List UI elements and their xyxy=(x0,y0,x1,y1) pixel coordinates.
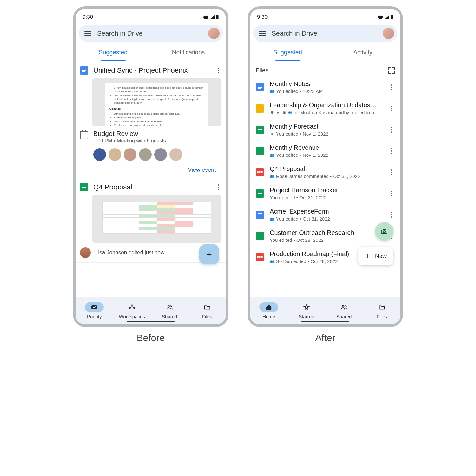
nav-priority[interactable]: Priority xyxy=(76,297,113,324)
file-row[interactable]: Monthly Forecast★You edited • Nov 1, 202… xyxy=(250,119,400,140)
caption-after: After xyxy=(315,333,335,343)
file-subtitle: ❶★▣👥✔Mustafa Krishnamurthy replied to a… xyxy=(270,110,383,115)
plus-icon: + xyxy=(206,249,212,259)
status-bar: 9:30 xyxy=(250,9,400,23)
menu-icon[interactable] xyxy=(84,31,91,36)
file-name: Leadership & Organization Updates… xyxy=(270,102,383,109)
fab-add[interactable]: + xyxy=(199,244,219,264)
sheets-icon xyxy=(80,183,88,191)
svg-point-4 xyxy=(129,307,131,309)
status-icons xyxy=(378,15,393,20)
svg-rect-8 xyxy=(391,15,393,19)
nav-starred[interactable]: Starred xyxy=(288,297,326,324)
guest-avatars xyxy=(93,148,221,161)
people-icon: 👥 xyxy=(270,217,274,221)
nav-home[interactable]: Home xyxy=(250,297,288,324)
profile-avatar[interactable] xyxy=(383,28,394,39)
more-icon[interactable] xyxy=(215,66,221,75)
sheets-icon xyxy=(256,189,264,198)
file-row[interactable]: Monthly Revenue👥You edited • Nov 1, 2022 xyxy=(250,140,400,162)
grid-view-icon[interactable] xyxy=(388,67,395,74)
more-icon[interactable] xyxy=(388,126,395,134)
search-bar[interactable]: Search in Drive xyxy=(79,25,223,42)
card-title: Unified Sync - Project Phoenix xyxy=(93,66,210,75)
phone-before: 9:30 Search in Drive Suggested Notificat… xyxy=(73,6,228,327)
file-row[interactable]: Leadership & Organization Updates…❶★▣👥✔M… xyxy=(250,98,400,119)
more-icon[interactable] xyxy=(388,189,395,198)
nav-files[interactable]: Files xyxy=(188,297,226,324)
svg-point-10 xyxy=(383,231,385,233)
sheets-icon xyxy=(256,126,264,134)
fab-new[interactable]: + New xyxy=(358,247,393,265)
calendar-icon xyxy=(80,131,88,139)
caption-before: Before xyxy=(137,333,165,343)
more-icon[interactable] xyxy=(388,147,395,155)
tabs: Suggested Notifications xyxy=(76,49,226,61)
tab-suggested[interactable]: Suggested xyxy=(250,49,325,61)
nav-shared[interactable]: Shared xyxy=(325,297,363,324)
activity-text: Lisa Johnson edited just now xyxy=(95,249,164,256)
user-avatar xyxy=(80,247,91,258)
svg-point-5 xyxy=(133,307,135,309)
gesture-bar xyxy=(301,321,349,322)
tab-activity[interactable]: Activity xyxy=(325,49,400,61)
suggested-card[interactable]: Unified Sync - Project Phoenix Lorem ips… xyxy=(76,61,226,178)
file-list: Monthly Notes👥You edited • 10:23 AMLeade… xyxy=(250,76,400,268)
tab-notifications[interactable]: Notifications xyxy=(151,49,226,61)
file-name: Q4 Proposal xyxy=(270,165,383,173)
file-name: Customer Outreach Research xyxy=(270,229,383,236)
svg-point-3 xyxy=(131,305,133,306)
more-icon[interactable] xyxy=(388,83,395,91)
file-subtitle: ★You edited • Nov 1, 2022 xyxy=(270,131,383,136)
people-icon: 👥 xyxy=(270,89,274,94)
event-subtitle: 1:00 PM • Meeting with 6 guests xyxy=(93,138,166,144)
suggested-card-peek[interactable] xyxy=(76,263,226,276)
fab-new-label: New xyxy=(375,253,387,260)
people-icon: 👥 xyxy=(270,153,274,157)
more-icon[interactable] xyxy=(388,104,395,113)
search-placeholder: Search in Drive xyxy=(272,30,377,37)
more-icon[interactable] xyxy=(215,183,221,191)
card-title: Q4 Proposal xyxy=(93,183,210,191)
nav-files[interactable]: Files xyxy=(363,297,401,324)
more-icon[interactable] xyxy=(388,211,395,219)
doc-preview: Lorem ipsum dolor sit amet, consectetur … xyxy=(92,78,221,126)
event-row: Budget Review 1:00 PM • Meeting with 6 g… xyxy=(80,130,221,144)
file-name: Monthly Notes xyxy=(270,80,383,88)
svg-point-11 xyxy=(342,305,344,307)
svg-point-6 xyxy=(168,305,170,307)
sheets-icon xyxy=(256,232,264,240)
svg-rect-0 xyxy=(216,15,218,19)
bottom-nav: Home Starred Shared Files xyxy=(250,297,400,324)
svg-rect-1 xyxy=(217,15,218,15)
slides-icon xyxy=(256,104,264,113)
file-row[interactable]: Acme_ExpenseForm👥You edited • Oct 31, 20… xyxy=(250,204,400,225)
file-subtitle: You opened • Oct 31, 2022 xyxy=(270,195,383,200)
people-icon: 👥 xyxy=(270,259,274,264)
camera-icon xyxy=(380,228,388,235)
fab-camera[interactable] xyxy=(375,222,393,241)
pdf-icon: PDF xyxy=(256,253,264,261)
plus-icon: + xyxy=(365,251,371,261)
tab-suggested[interactable]: Suggested xyxy=(76,49,151,61)
svg-point-12 xyxy=(345,306,346,307)
profile-avatar[interactable] xyxy=(208,28,220,39)
file-name: Acme_ExpenseForm xyxy=(270,208,383,215)
svg-rect-9 xyxy=(391,15,393,15)
status-bar: 9:30 xyxy=(76,9,226,23)
file-row[interactable]: Project Harrison TrackerYou opened • Oct… xyxy=(250,183,400,204)
file-row[interactable]: PDFQ4 Proposal👥Rose James commented • Oc… xyxy=(250,162,400,183)
badge-row: ❶★▣👥✔ xyxy=(270,110,298,115)
more-icon[interactable] xyxy=(388,168,395,176)
file-subtitle: 👥Rose James commented • Oct 31, 2022 xyxy=(270,174,383,179)
nav-workspaces[interactable]: Workspaces xyxy=(113,297,151,324)
bottom-nav: Priority Workspaces Shared Files xyxy=(76,297,226,324)
nav-shared[interactable]: Shared xyxy=(151,297,188,324)
people-icon: 👥 xyxy=(270,174,274,179)
search-bar[interactable]: Search in Drive xyxy=(253,25,397,42)
menu-icon[interactable] xyxy=(259,31,266,36)
view-event-link[interactable]: View event xyxy=(188,167,216,173)
file-row[interactable]: Monthly Notes👥You edited • 10:23 AM xyxy=(250,76,400,98)
file-subtitle: 👥You edited • Nov 1, 2022 xyxy=(270,152,383,158)
docs-icon xyxy=(80,66,88,75)
